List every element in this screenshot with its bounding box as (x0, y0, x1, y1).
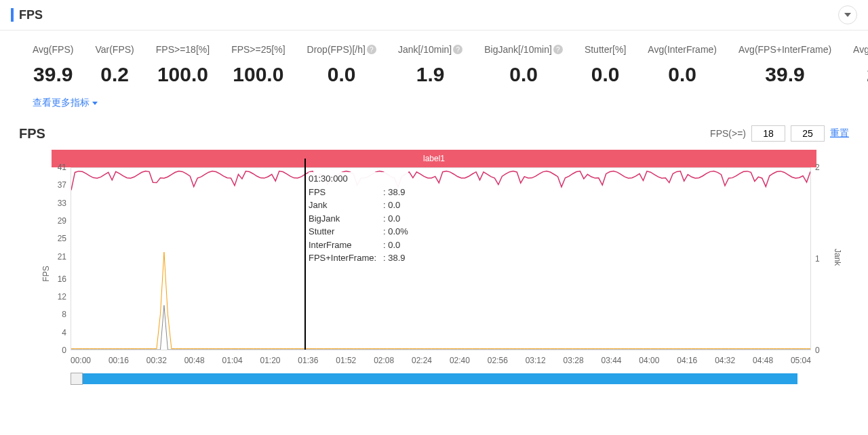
x-tick: 00:00 (71, 356, 91, 365)
x-tick: 04:00 (639, 356, 659, 365)
y-tick: 41 (58, 163, 66, 172)
x-tick: 03:28 (564, 356, 584, 365)
metric-1: Var(FPS)0.2 (95, 44, 134, 86)
x-tick: 04:48 (753, 356, 773, 365)
x-tick: 00:32 (146, 356, 167, 365)
more-metrics-link[interactable]: 查看更多指标 (0, 91, 868, 120)
x-tick: 04:16 (677, 356, 697, 365)
metric-7: Stutter[%]0.0 (585, 44, 626, 86)
y-tick: 1 (815, 254, 820, 264)
page-title: FPS (19, 8, 838, 22)
metric-label: Drop(FPS)[/h] ? (307, 44, 376, 55)
metric-0: Avg(FPS)39.9 (33, 44, 73, 86)
x-tick: 00:16 (108, 356, 129, 365)
y-tick: 0 (815, 346, 820, 355)
more-metrics-label: 查看更多指标 (33, 97, 90, 109)
y-tick: 29 (58, 216, 66, 226)
y-axis-right: 012 (814, 167, 830, 350)
metric-value: 0.2 (100, 63, 129, 86)
tooltip-time: 01:30:000 (309, 172, 408, 186)
y-label-right: Jank (833, 249, 842, 266)
x-tick: 01:20 (260, 356, 280, 365)
chart-title: FPS (19, 126, 710, 142)
chart-cursor[interactable] (304, 159, 306, 350)
threshold-label: FPS(>=) (710, 128, 746, 139)
x-tick: 05:04 (791, 356, 811, 365)
metric-value: 0.0 (509, 63, 538, 86)
chart-tooltip: 01:30:000 FPS: 38.9Jank: 0.0BigJank: 0.0… (309, 172, 408, 265)
tooltip-row: FPS+InterFrame:: 38.9 (309, 251, 408, 265)
metric-value: 0.0 (591, 63, 620, 86)
chart-area[interactable]: 0481216212529333741 FPS 012 Jank 01:30:0… (52, 167, 830, 371)
metric-value: 0.0 (668, 63, 696, 86)
tooltip-row: InterFrame: 0.0 (309, 239, 408, 252)
metric-6: BigJank[/10min] ?0.0 (484, 44, 563, 86)
y-tick: 33 (58, 199, 66, 208)
tooltip-row: Stutter: 0.0% (309, 225, 408, 239)
x-tick: 03:12 (526, 356, 546, 365)
x-tick: 00:48 (184, 356, 205, 365)
threshold-input-1[interactable] (751, 125, 785, 142)
x-tick: 01:36 (298, 356, 318, 365)
collapse-button[interactable] (838, 5, 857, 24)
metric-10: Avg(FTime)[ms]25.0 (853, 44, 868, 86)
metric-2: FPS>=18[%]100.0 (156, 44, 210, 86)
y-tick: 0 (62, 346, 66, 355)
metric-9: Avg(FPS+InterFrame)39.9 (738, 44, 831, 86)
chart-scrollbar[interactable] (71, 373, 797, 384)
plot[interactable]: 01:30:000 FPS: 38.9Jank: 0.0BigJank: 0.0… (71, 167, 811, 350)
x-tick: 01:04 (222, 356, 243, 365)
y-tick: 21 (58, 252, 66, 262)
x-tick: 02:24 (412, 356, 432, 365)
y-tick: 37 (58, 180, 66, 190)
metric-label: BigJank[/10min] ? (484, 44, 563, 55)
metric-label: Stutter[%] (585, 44, 626, 55)
y-tick: 8 (62, 310, 66, 319)
x-tick: 03:44 (601, 356, 621, 365)
x-tick: 02:56 (488, 356, 508, 365)
help-icon[interactable]: ? (553, 45, 563, 54)
metric-4: Drop(FPS)[/h] ?0.0 (307, 44, 376, 86)
tooltip-row: Jank: 0.0 (309, 199, 408, 212)
metric-label: Avg(InterFrame) (648, 44, 717, 55)
metric-8: Avg(InterFrame)0.0 (648, 44, 717, 86)
metric-label: Jank[/10min] ? (398, 44, 462, 55)
help-icon[interactable]: ? (367, 45, 376, 54)
metric-label: Avg(FPS+InterFrame) (738, 44, 831, 55)
threshold-input-2[interactable] (791, 125, 825, 142)
metric-value: 1.9 (416, 63, 445, 86)
reset-link[interactable]: 重置 (830, 127, 849, 140)
scrollbar-handle[interactable] (71, 373, 83, 385)
label-bar[interactable]: label1 (52, 150, 816, 167)
metric-value: 39.9 (765, 63, 804, 86)
x-tick: 02:08 (374, 356, 394, 365)
tooltip-row: FPS: 38.9 (309, 186, 408, 199)
metrics-row: Avg(FPS)39.9Var(FPS)0.2FPS>=18[%]100.0FP… (0, 30, 868, 91)
x-tick: 04:32 (715, 356, 735, 365)
tooltip-row: BigJank: 0.0 (309, 212, 408, 226)
x-tick: 02:40 (450, 356, 470, 365)
accent-bar (11, 8, 14, 22)
metric-value: 0.0 (328, 63, 356, 86)
metric-value: 100.0 (157, 63, 208, 86)
metric-label: FPS>=18[%] (156, 44, 210, 55)
y-tick: 4 (62, 328, 66, 337)
y-tick: 12 (58, 292, 66, 302)
help-icon[interactable]: ? (453, 45, 462, 54)
y-tick: 25 (58, 234, 66, 243)
metric-value: 100.0 (233, 63, 283, 86)
y-tick: 2 (815, 163, 820, 172)
metric-label: FPS>=25[%] (231, 44, 285, 55)
metric-5: Jank[/10min] ?1.9 (398, 44, 462, 86)
y-label-left: FPS (41, 266, 51, 281)
x-axis: 00:0000:1600:3200:4801:0401:2001:3601:52… (71, 356, 811, 365)
chevron-down-icon (92, 102, 98, 105)
y-tick: 16 (58, 274, 66, 284)
x-tick: 01:52 (336, 356, 356, 365)
metric-label: Var(FPS) (95, 44, 134, 55)
chevron-down-icon (844, 13, 851, 17)
metric-value: 39.9 (33, 63, 73, 86)
threshold-controls: FPS(>=) 重置 (710, 125, 849, 142)
y-axis-left: 0481216212529333741 (52, 167, 68, 350)
metric-3: FPS>=25[%]100.0 (231, 44, 285, 86)
